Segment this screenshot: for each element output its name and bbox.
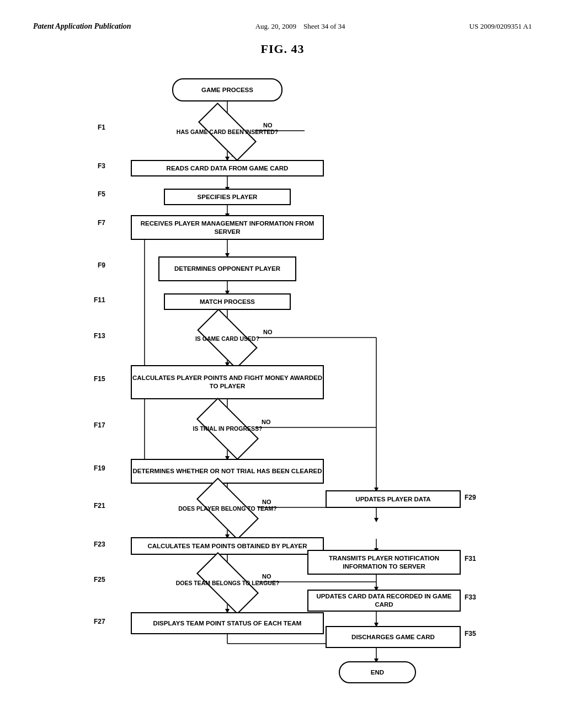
patent-header-right: US 2009/0209351 A1	[470, 22, 532, 31]
label-f1: F1	[98, 124, 105, 131]
flowchart-diagram: NO NO	[45, 73, 520, 696]
node-f35: DISCHARGES GAME CARD	[326, 626, 461, 648]
node-f1-text: HAS GAME CARD BEEN INSERTED?	[167, 117, 288, 147]
node-f29: UPDATES PLAYER DATA	[326, 490, 461, 508]
label-f31: F31	[465, 555, 476, 563]
node-f19: DETERMINES WHETHER OR NOT TRIAL HAS BEEN…	[131, 459, 324, 484]
label-f7: F7	[98, 219, 105, 227]
label-f35: F35	[465, 630, 476, 638]
label-f33: F33	[465, 593, 476, 601]
node-f27: DISPLAYS TEAM POINT STATUS OF EACH TEAM	[131, 612, 324, 634]
label-f15: F15	[94, 375, 105, 383]
node-f13-text: IS GAME CARD USED?	[167, 323, 288, 356]
node-f3: READS CARD DATA FROM GAME CARD	[131, 160, 324, 176]
label-f3: F3	[98, 162, 105, 170]
label-f11: F11	[94, 296, 105, 304]
patent-header-left: Patent Application Publication	[33, 22, 131, 31]
node-f21-text: DOES PLAYER BELONG TO TEAM?	[166, 493, 290, 526]
patent-header-center: Aug. 20, 2009 Sheet 34 of 34	[255, 22, 345, 31]
label-f9: F9	[98, 261, 105, 269]
node-end: END	[339, 661, 416, 683]
label-f21: F21	[94, 502, 105, 510]
node-f5: SPECIFIES PLAYER	[164, 189, 291, 205]
node-f33: UPDATES CARD DATA RECORDED IN GAME CARD	[307, 590, 461, 612]
node-f9: DETERMINES OPPONENT PLAYER	[158, 256, 296, 281]
node-f7: RECEIVES PLAYER MANAGEMENT INFORMATION F…	[131, 215, 324, 240]
label-f13: F13	[94, 332, 105, 340]
node-f23: CALCULATES TEAM POINTS OBTAINED BY PLAYE…	[131, 537, 324, 555]
label-f19: F19	[94, 464, 105, 472]
label-f5: F5	[98, 190, 105, 198]
label-f17: F17	[94, 421, 105, 429]
node-game-process: GAME PROCESS	[172, 78, 282, 101]
figure-title: FIG. 43	[33, 42, 532, 56]
node-f25-text: DOES TEAM BELONGS TO LEAGUE?	[166, 567, 290, 600]
label-f23: F23	[94, 540, 105, 548]
label-f27: F27	[94, 618, 105, 625]
node-f17-text: IS TRIAL IN PROGRESS?	[166, 413, 290, 446]
svg-marker-47	[374, 518, 379, 522]
node-f31: TRANSMITS PLAYER NOTIFICATION INFORMATIO…	[307, 550, 461, 575]
node-f11: MATCH PROCESS	[164, 293, 291, 310]
label-f25: F25	[94, 576, 105, 584]
node-f15: CALCULATES PLAYER POINTS AND FIGHT MONEY…	[131, 365, 324, 399]
label-f29: F29	[465, 494, 476, 501]
